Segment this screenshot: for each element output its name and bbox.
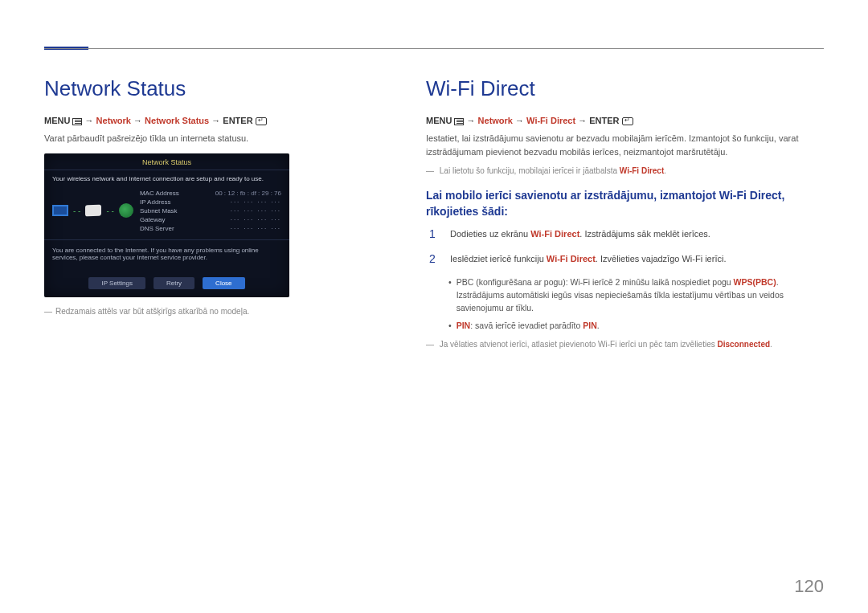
ss-key: Gateway (140, 216, 166, 223)
ss-key: IP Address (140, 198, 171, 206)
note-highlight: Wi-Fi Direct (620, 166, 664, 175)
bullet-highlight: WPS(PBC) (734, 277, 776, 287)
menu-grid-icon (454, 118, 464, 125)
step-text-a: Ieslēdziet ierīcē funkciju (450, 254, 547, 264)
step-highlight: Wi-Fi Direct (530, 229, 579, 239)
arrow: → (515, 116, 524, 125)
arrow: → (85, 116, 94, 125)
note-text-a: Ja vēlaties atvienot ierīci, atlasiet pi… (440, 340, 718, 349)
menu-prefix: MENU (44, 116, 70, 125)
ss-key: MAC Address (140, 190, 179, 197)
ss-val: 00 : 12 : fb : df : 29 : 76 (215, 190, 281, 197)
ss-title: Network Status (44, 153, 289, 170)
step-1: 1 Dodieties uz ekrānu Wi-Fi Direct. Izst… (429, 227, 824, 241)
ss-row: MAC Address00 : 12 : fb : df : 29 : 76 (140, 189, 281, 198)
menu-suffix: ENTER (223, 116, 252, 125)
right-paragraph-1: Iestatiet, lai izstrādājumu savienotu ar… (426, 132, 824, 158)
bullet-highlight: PIN (457, 321, 471, 330)
ss-info-table: MAC Address00 : 12 : fb : df : 29 : 76 I… (140, 189, 281, 233)
step-2: 2 Ieslēdziet ierīcē funkciju Wi-Fi Direc… (429, 252, 824, 266)
bullet-text-a: PBC (konfigurēšana ar pogu): Wi-Fi ierīc… (457, 277, 734, 287)
ss-key: Subnet Mask (140, 207, 178, 215)
enter-key-icon (622, 117, 633, 125)
link-dash-icon: - - (106, 206, 113, 215)
ss-connection-icons: - - - - (52, 189, 133, 233)
ip-settings-button: IP Settings (88, 277, 145, 289)
step-text: Dodieties uz ekrānu Wi-Fi Direct. Izstrā… (450, 227, 824, 241)
menu-grid-icon (72, 118, 82, 125)
note-highlight: Disconnected (717, 340, 770, 349)
ss-footer-text: You are connected to the Internet. If yo… (44, 239, 289, 269)
arrow: → (211, 116, 220, 125)
ss-buttons: IP Settings Retry Close (44, 277, 289, 289)
menu-path-left: MENU → Network → Network Status → ENTER (44, 116, 398, 125)
horizontal-rule (44, 48, 824, 49)
menu-prefix: MENU (426, 116, 452, 125)
globe-icon (119, 203, 133, 218)
step-text-a: Dodieties uz ekrānu (450, 229, 530, 239)
subheading: Lai mobilo ierīci savienotu ar izstrādāj… (426, 188, 824, 219)
ss-message: Your wireless network and Internet conne… (44, 170, 289, 186)
bullet-text-a: : savā ierīcē ievadiet parādīto (470, 321, 583, 330)
content-columns: Network Status MENU → Network → Network … (44, 76, 824, 350)
bullet-highlight: PIN (583, 321, 597, 330)
disconnect-note: Ja vēlaties atvienot ierīci, atlasiet pi… (426, 338, 824, 350)
ss-row: Gateway··· ··· ··· ··· (140, 215, 281, 224)
arrow: → (578, 116, 587, 125)
step-text-b: . Izvēlieties vajadzīgo Wi-Fi ierīci. (596, 254, 727, 264)
steps-list: 1 Dodieties uz ekrānu Wi-Fi Direct. Izst… (429, 227, 824, 265)
menu-item-network: Network (478, 116, 513, 125)
menu-item-network: Network (96, 116, 131, 125)
bullet-content: PBC (konfigurēšana ar pogu): Wi-Fi ierīc… (457, 276, 824, 314)
image-note: Redzamais attēls var būt atšķirīgs atkar… (44, 305, 398, 317)
menu-item-wifi-direct: Wi-Fi Direct (526, 116, 575, 125)
step-text: Ieslēdziet ierīcē funkciju Wi-Fi Direct.… (450, 252, 824, 266)
page-number: 120 (794, 576, 824, 597)
menu-suffix: ENTER (589, 116, 619, 125)
section-heading-network-status: Network Status (44, 76, 398, 101)
left-column: Network Status MENU → Network → Network … (44, 76, 398, 350)
bullet-text-b: . (597, 321, 600, 330)
wifi-support-note: Lai lietotu šo funkciju, mobilajai ierīc… (426, 165, 824, 177)
menu-item-network-status: Network Status (145, 116, 209, 125)
close-button: Close (203, 277, 244, 289)
link-dash-icon: - - (73, 206, 80, 215)
section-heading-wifi-direct: Wi-Fi Direct (426, 76, 824, 101)
arrow: → (133, 116, 142, 125)
ss-body: - - - - MAC Address00 : 12 : fb : df : 2… (44, 186, 289, 239)
arrow: → (467, 116, 476, 125)
ss-row: DNS Server··· ··· ··· ··· (140, 224, 281, 233)
step-highlight: Wi-Fi Direct (547, 254, 596, 264)
note-text-b: . (770, 340, 772, 349)
bullet-list: PBC (konfigurēšana ar pogu): Wi-Fi ierīc… (448, 276, 824, 332)
bullet-pin: PIN: savā ierīcē ievadiet parādīto PIN. (448, 320, 824, 333)
step-number: 1 (429, 227, 440, 241)
note-text-b: . (664, 166, 666, 175)
left-description: Varat pārbaudīt pašreizējo tīkla un inte… (44, 132, 398, 145)
ss-val: ··· ··· ··· ··· (231, 225, 281, 232)
router-icon (85, 205, 101, 217)
menu-path-right: MENU → Network → Wi-Fi Direct → ENTER (426, 116, 824, 125)
right-column: Wi-Fi Direct MENU → Network → Wi-Fi Dire… (426, 76, 824, 350)
network-status-screenshot: Network Status Your wireless network and… (44, 153, 289, 297)
ss-val: ··· ··· ··· ··· (231, 207, 281, 215)
enter-key-icon (256, 117, 267, 125)
ss-key: DNS Server (140, 225, 174, 232)
note-text-a: Lai lietotu šo funkciju, mobilajai ierīc… (440, 166, 620, 175)
bullet-content: PIN: savā ierīcē ievadiet parādīto PIN. (457, 320, 600, 333)
ss-val: ··· ··· ··· ··· (231, 216, 281, 223)
step-number: 2 (429, 252, 440, 266)
ss-row: Subnet Mask··· ··· ··· ··· (140, 206, 281, 215)
retry-button: Retry (154, 277, 194, 289)
tv-icon (52, 205, 68, 216)
ss-val: ··· ··· ··· ··· (231, 198, 281, 206)
bullet-pbc: PBC (konfigurēšana ar pogu): Wi-Fi ierīc… (448, 276, 824, 314)
ss-row: IP Address··· ··· ··· ··· (140, 198, 281, 206)
step-text-b: . Izstrādājums sāk meklēt ierīces. (579, 229, 710, 239)
